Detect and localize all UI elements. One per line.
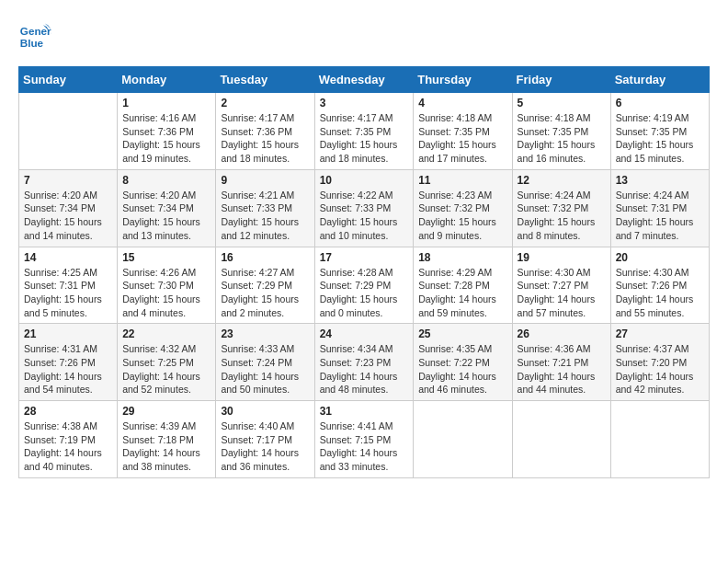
day-info: Sunrise: 4:26 AM Sunset: 7:30 PM Dayligh… bbox=[122, 266, 210, 320]
calendar-header-row: SundayMondayTuesdayWednesdayThursdayFrid… bbox=[19, 67, 710, 93]
calendar-cell: 2Sunrise: 4:17 AM Sunset: 7:36 PM Daylig… bbox=[216, 93, 314, 170]
calendar-cell: 19Sunrise: 4:30 AM Sunset: 7:27 PM Dayli… bbox=[512, 247, 610, 324]
day-info: Sunrise: 4:38 AM Sunset: 7:19 PM Dayligh… bbox=[24, 419, 112, 474]
calendar-cell: 10Sunrise: 4:22 AM Sunset: 7:33 PM Dayli… bbox=[314, 169, 414, 247]
calendar-cell: 28Sunrise: 4:38 AM Sunset: 7:19 PM Dayli… bbox=[19, 401, 118, 478]
day-number: 6 bbox=[616, 97, 704, 109]
day-number: 1 bbox=[122, 97, 210, 109]
day-number: 14 bbox=[24, 251, 112, 264]
day-number: 19 bbox=[518, 251, 606, 264]
day-number: 4 bbox=[418, 97, 506, 109]
calendar-header-sunday: Sunday bbox=[19, 67, 118, 93]
day-number: 2 bbox=[221, 97, 309, 109]
day-info: Sunrise: 4:41 AM Sunset: 7:15 PM Dayligh… bbox=[320, 419, 409, 474]
page-header: General Blue bbox=[18, 18, 710, 52]
day-info: Sunrise: 4:18 AM Sunset: 7:35 PM Dayligh… bbox=[418, 111, 506, 166]
day-number: 7 bbox=[24, 174, 112, 187]
calendar-header-thursday: Thursday bbox=[414, 67, 512, 93]
calendar-cell bbox=[19, 93, 118, 170]
day-info: Sunrise: 4:37 AM Sunset: 7:20 PM Dayligh… bbox=[616, 342, 704, 396]
day-info: Sunrise: 4:36 AM Sunset: 7:21 PM Dayligh… bbox=[518, 342, 606, 396]
calendar-cell: 18Sunrise: 4:29 AM Sunset: 7:28 PM Dayli… bbox=[414, 247, 512, 324]
calendar-cell: 4Sunrise: 4:18 AM Sunset: 7:35 PM Daylig… bbox=[414, 93, 512, 170]
calendar-cell: 13Sunrise: 4:24 AM Sunset: 7:31 PM Dayli… bbox=[610, 169, 709, 247]
calendar-week-5: 28Sunrise: 4:38 AM Sunset: 7:19 PM Dayli… bbox=[19, 401, 710, 478]
calendar-header-tuesday: Tuesday bbox=[216, 67, 314, 93]
day-number: 13 bbox=[616, 174, 704, 187]
day-number: 5 bbox=[518, 97, 606, 109]
calendar-cell: 3Sunrise: 4:17 AM Sunset: 7:35 PM Daylig… bbox=[314, 93, 414, 170]
day-info: Sunrise: 4:34 AM Sunset: 7:23 PM Dayligh… bbox=[320, 342, 409, 396]
calendar-header-monday: Monday bbox=[118, 67, 216, 93]
day-info: Sunrise: 4:19 AM Sunset: 7:35 PM Dayligh… bbox=[616, 111, 704, 166]
day-info: Sunrise: 4:28 AM Sunset: 7:29 PM Dayligh… bbox=[320, 266, 409, 320]
day-info: Sunrise: 4:33 AM Sunset: 7:24 PM Dayligh… bbox=[221, 342, 309, 396]
day-number: 10 bbox=[320, 174, 409, 187]
day-info: Sunrise: 4:29 AM Sunset: 7:28 PM Dayligh… bbox=[418, 266, 506, 320]
calendar-cell: 17Sunrise: 4:28 AM Sunset: 7:29 PM Dayli… bbox=[314, 247, 414, 324]
calendar-header-saturday: Saturday bbox=[610, 67, 709, 93]
calendar-cell: 11Sunrise: 4:23 AM Sunset: 7:32 PM Dayli… bbox=[414, 169, 512, 247]
calendar-cell: 12Sunrise: 4:24 AM Sunset: 7:32 PM Dayli… bbox=[512, 169, 610, 247]
calendar-cell bbox=[512, 401, 610, 478]
calendar-cell: 22Sunrise: 4:32 AM Sunset: 7:25 PM Dayli… bbox=[118, 324, 216, 401]
calendar-cell: 30Sunrise: 4:40 AM Sunset: 7:17 PM Dayli… bbox=[216, 401, 314, 478]
day-number: 21 bbox=[24, 327, 112, 340]
logo: General Blue bbox=[18, 18, 55, 52]
day-number: 22 bbox=[122, 327, 210, 340]
calendar-cell: 20Sunrise: 4:30 AM Sunset: 7:26 PM Dayli… bbox=[610, 247, 709, 324]
day-info: Sunrise: 4:18 AM Sunset: 7:35 PM Dayligh… bbox=[518, 111, 606, 166]
day-info: Sunrise: 4:30 AM Sunset: 7:27 PM Dayligh… bbox=[518, 266, 606, 320]
day-info: Sunrise: 4:20 AM Sunset: 7:34 PM Dayligh… bbox=[24, 189, 112, 243]
calendar-cell: 31Sunrise: 4:41 AM Sunset: 7:15 PM Dayli… bbox=[314, 401, 414, 478]
calendar-cell: 7Sunrise: 4:20 AM Sunset: 7:34 PM Daylig… bbox=[19, 169, 118, 247]
day-info: Sunrise: 4:40 AM Sunset: 7:17 PM Dayligh… bbox=[221, 419, 309, 474]
day-info: Sunrise: 4:16 AM Sunset: 7:36 PM Dayligh… bbox=[122, 111, 210, 166]
calendar-week-2: 7Sunrise: 4:20 AM Sunset: 7:34 PM Daylig… bbox=[19, 169, 710, 247]
day-number: 16 bbox=[221, 251, 309, 264]
day-info: Sunrise: 4:21 AM Sunset: 7:33 PM Dayligh… bbox=[221, 189, 309, 243]
svg-text:General: General bbox=[20, 25, 51, 37]
day-number: 20 bbox=[616, 251, 704, 264]
day-number: 17 bbox=[320, 251, 409, 264]
calendar-cell bbox=[610, 401, 709, 478]
day-info: Sunrise: 4:17 AM Sunset: 7:35 PM Dayligh… bbox=[320, 111, 409, 166]
calendar-header-friday: Friday bbox=[512, 67, 610, 93]
svg-text:Blue: Blue bbox=[20, 37, 44, 49]
calendar-cell: 8Sunrise: 4:20 AM Sunset: 7:34 PM Daylig… bbox=[118, 169, 216, 247]
calendar-cell: 9Sunrise: 4:21 AM Sunset: 7:33 PM Daylig… bbox=[216, 169, 314, 247]
calendar-cell bbox=[414, 401, 512, 478]
day-info: Sunrise: 4:31 AM Sunset: 7:26 PM Dayligh… bbox=[24, 342, 112, 396]
calendar-cell: 21Sunrise: 4:31 AM Sunset: 7:26 PM Dayli… bbox=[19, 324, 118, 401]
calendar-cell: 29Sunrise: 4:39 AM Sunset: 7:18 PM Dayli… bbox=[118, 401, 216, 478]
day-number: 30 bbox=[221, 405, 309, 418]
day-number: 23 bbox=[221, 327, 309, 340]
day-info: Sunrise: 4:17 AM Sunset: 7:36 PM Dayligh… bbox=[221, 111, 309, 166]
calendar-cell: 23Sunrise: 4:33 AM Sunset: 7:24 PM Dayli… bbox=[216, 324, 314, 401]
day-number: 24 bbox=[320, 327, 409, 340]
day-info: Sunrise: 4:39 AM Sunset: 7:18 PM Dayligh… bbox=[122, 419, 210, 474]
calendar-week-4: 21Sunrise: 4:31 AM Sunset: 7:26 PM Dayli… bbox=[19, 324, 710, 401]
day-number: 31 bbox=[320, 405, 409, 418]
day-number: 8 bbox=[122, 174, 210, 187]
calendar-cell: 6Sunrise: 4:19 AM Sunset: 7:35 PM Daylig… bbox=[610, 93, 709, 170]
calendar-cell: 15Sunrise: 4:26 AM Sunset: 7:30 PM Dayli… bbox=[118, 247, 216, 324]
calendar-table: SundayMondayTuesdayWednesdayThursdayFrid… bbox=[18, 66, 710, 478]
day-number: 26 bbox=[518, 327, 606, 340]
day-number: 29 bbox=[122, 405, 210, 418]
calendar-body: 1Sunrise: 4:16 AM Sunset: 7:36 PM Daylig… bbox=[19, 93, 710, 478]
calendar-cell: 16Sunrise: 4:27 AM Sunset: 7:29 PM Dayli… bbox=[216, 247, 314, 324]
day-number: 11 bbox=[418, 174, 506, 187]
day-info: Sunrise: 4:35 AM Sunset: 7:22 PM Dayligh… bbox=[418, 342, 506, 396]
day-number: 3 bbox=[320, 97, 409, 109]
calendar-header-wednesday: Wednesday bbox=[314, 67, 414, 93]
day-info: Sunrise: 4:30 AM Sunset: 7:26 PM Dayligh… bbox=[616, 266, 704, 320]
day-number: 18 bbox=[418, 251, 506, 264]
calendar-week-1: 1Sunrise: 4:16 AM Sunset: 7:36 PM Daylig… bbox=[19, 93, 710, 170]
day-info: Sunrise: 4:32 AM Sunset: 7:25 PM Dayligh… bbox=[122, 342, 210, 396]
calendar-cell: 24Sunrise: 4:34 AM Sunset: 7:23 PM Dayli… bbox=[314, 324, 414, 401]
day-info: Sunrise: 4:20 AM Sunset: 7:34 PM Dayligh… bbox=[122, 189, 210, 243]
calendar-cell: 25Sunrise: 4:35 AM Sunset: 7:22 PM Dayli… bbox=[414, 324, 512, 401]
calendar-cell: 27Sunrise: 4:37 AM Sunset: 7:20 PM Dayli… bbox=[610, 324, 709, 401]
day-info: Sunrise: 4:27 AM Sunset: 7:29 PM Dayligh… bbox=[221, 266, 309, 320]
